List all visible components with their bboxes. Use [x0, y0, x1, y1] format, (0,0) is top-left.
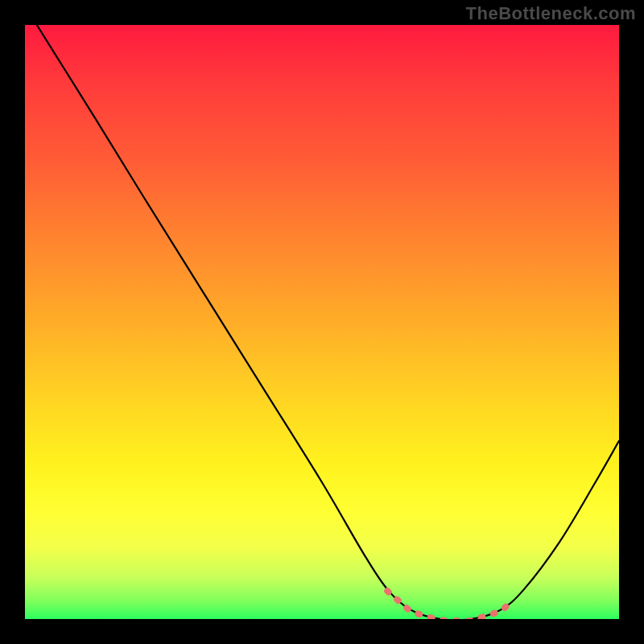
watermark-text: TheBottleneck.com	[466, 3, 636, 24]
bottleneck-curve	[37, 25, 619, 619]
chart-overlay-svg	[25, 25, 619, 619]
plot-area	[25, 25, 619, 619]
optimal-range-marker	[387, 591, 512, 619]
chart-frame: TheBottleneck.com	[0, 0, 644, 644]
